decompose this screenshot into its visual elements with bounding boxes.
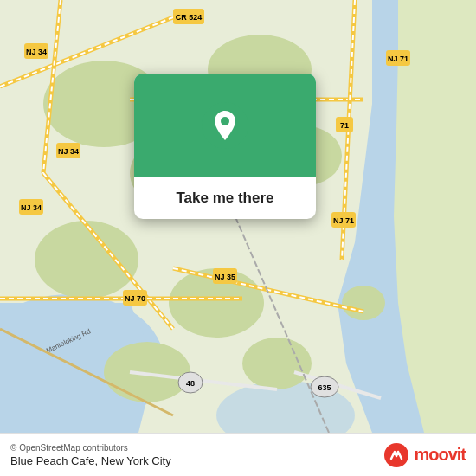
svg-text:NJ 35: NJ 35 xyxy=(215,273,235,281)
svg-text:48: 48 xyxy=(186,379,195,388)
svg-point-10 xyxy=(35,221,138,299)
svg-text:NJ 34: NJ 34 xyxy=(58,147,79,156)
app-brand: moovit xyxy=(384,443,466,467)
popup-card: Take me there xyxy=(134,74,316,219)
take-me-there-button[interactable]: Take me there xyxy=(134,177,316,219)
svg-text:NJ 34: NJ 34 xyxy=(21,203,42,212)
popup-green-area xyxy=(134,74,316,177)
map-attribution: © OpenStreetMap contributors xyxy=(10,443,171,453)
svg-text:635: 635 xyxy=(318,383,331,392)
svg-text:NJ 71: NJ 71 xyxy=(388,55,408,63)
svg-text:NJ 71: NJ 71 xyxy=(333,216,354,225)
svg-text:CR 524: CR 524 xyxy=(176,13,203,22)
svg-point-59 xyxy=(221,117,229,125)
location-pin-icon xyxy=(202,102,248,149)
bottom-bar: © OpenStreetMap contributors Blue Peach … xyxy=(0,433,476,476)
svg-text:NJ 70: NJ 70 xyxy=(125,294,145,303)
svg-point-13 xyxy=(242,338,312,389)
svg-text:71: 71 xyxy=(340,121,349,130)
svg-point-14 xyxy=(342,286,385,320)
moovit-icon xyxy=(384,443,408,467)
moovit-brand-name: moovit xyxy=(414,445,466,465)
map-container: NJ 34 CR 524 NJ 71 NJ 35 71 NJ 34 NJ 34 … xyxy=(0,0,476,433)
location-name: Blue Peach Cafe, New York City xyxy=(10,454,171,467)
svg-point-12 xyxy=(104,342,190,402)
svg-text:NJ 34: NJ 34 xyxy=(26,48,47,56)
